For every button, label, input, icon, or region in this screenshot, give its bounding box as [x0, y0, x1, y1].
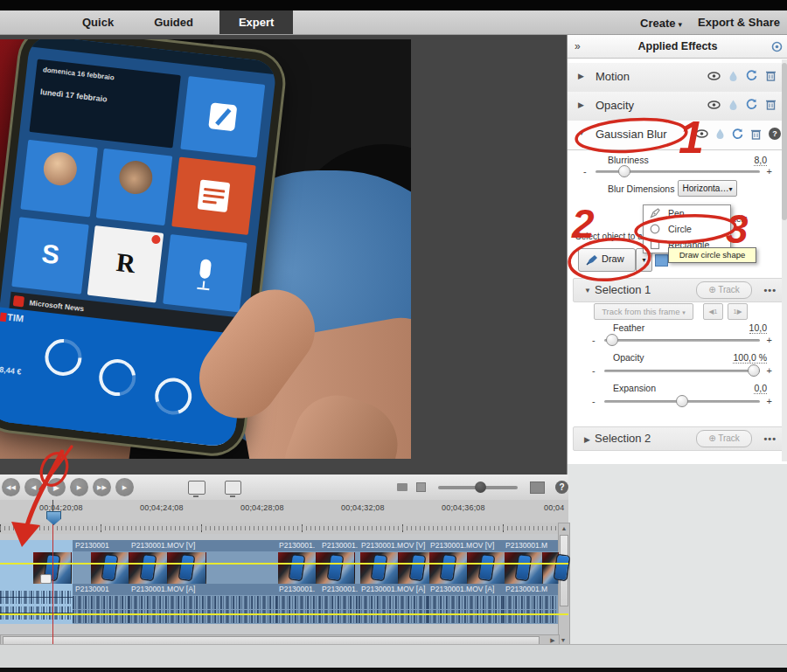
select-object-label: Select object to a	[575, 232, 643, 241]
scrollbar-thumb[interactable]	[782, 63, 787, 220]
slider-minus[interactable]: -	[592, 365, 595, 376]
audio-clip[interactable]	[0, 584, 31, 624]
slider-track[interactable]	[604, 339, 760, 342]
timeline-ruler[interactable]: 00;04;20;08 00;04;24;08 00;04;28;08 00;0…	[0, 500, 568, 523]
trash-icon[interactable]	[766, 99, 776, 110]
panel-settings-icon[interactable]	[771, 41, 783, 52]
zoom-small-icon[interactable]	[416, 482, 426, 492]
reset-icon[interactable]	[746, 70, 757, 81]
step-forward-button[interactable]: ▶	[70, 478, 88, 496]
slider-thumb[interactable]	[748, 364, 760, 377]
audio-clip[interactable]: P2130001	[73, 584, 129, 624]
keyframe-droplet-icon[interactable]	[729, 71, 737, 81]
menu-item-pen[interactable]: Pen	[644, 205, 730, 221]
effect-row-gaussian-blur[interactable]: ▼ Gaussian Blur ?	[568, 121, 787, 150]
phone-tile-s: S	[12, 217, 89, 294]
audio-clip[interactable]: P2130001.MOV [A]	[129, 584, 277, 624]
video-opacity-line[interactable]	[0, 563, 568, 565]
menu-item-circle[interactable]: Circle	[644, 221, 730, 237]
timeline-tick-strip[interactable]	[0, 523, 568, 535]
slider-thumb[interactable]	[618, 165, 630, 177]
audio-clip[interactable]: P2130001.	[276, 584, 320, 624]
video-preview-monitor[interactable]: domenica 16 febbraio lunedì 17 febbraio	[0, 39, 411, 459]
selection-menu-dots[interactable]: •••	[763, 433, 777, 444]
timeline-vertical-scrollbar[interactable]: ▲ ▼	[558, 523, 570, 646]
visibility-eye-icon[interactable]	[695, 129, 708, 138]
opacity-slider[interactable]: - +	[592, 365, 772, 378]
reset-icon[interactable]	[732, 128, 743, 140]
panel-collapse-button[interactable]: »	[575, 35, 581, 58]
expand-caret-icon[interactable]: ▶	[578, 72, 584, 80]
step-forward-frame-button[interactable]: 1▶	[728, 303, 748, 320]
audio-clip[interactable]: P2130001.MOV [A]	[428, 584, 504, 624]
blurriness-slider[interactable]: - +	[583, 166, 772, 178]
blurriness-value[interactable]: 8,0	[754, 155, 767, 166]
slider-thumb[interactable]	[676, 395, 688, 407]
slider-track[interactable]	[604, 370, 760, 372]
effect-row-opacity[interactable]: ▶ Opacity	[568, 92, 787, 121]
track-button[interactable]: ⊕ Track	[696, 430, 752, 447]
fast-forward-button[interactable]: ▶▶	[93, 478, 111, 496]
expand-caret-icon[interactable]: ▶	[584, 435, 590, 444]
blur-dimensions-dropdown[interactable]: Horizonta…▾	[678, 180, 737, 197]
slider-minus[interactable]: -	[583, 166, 587, 177]
clip-thumbnail	[505, 552, 543, 584]
opacity-value[interactable]: 100,0 %	[733, 352, 767, 364]
audio-volume-line[interactable]	[0, 613, 568, 615]
step-back-frame-button[interactable]: ◀1	[703, 303, 723, 320]
feather-value[interactable]: 10,0	[749, 322, 767, 334]
slider-minus[interactable]: -	[592, 396, 595, 406]
shape-color-swatch[interactable]	[655, 254, 668, 267]
effect-row-motion[interactable]: ▶ Motion	[568, 63, 787, 93]
help-icon[interactable]: ?	[555, 481, 568, 494]
audio-clip[interactable]: P2130001.MOV [A]	[359, 584, 428, 624]
export-share-button[interactable]: Export & Share	[698, 16, 780, 29]
selection1-header[interactable]: ▼ Selection 1 ⊕ Track •••	[573, 278, 784, 302]
reset-icon[interactable]	[746, 99, 757, 110]
selection2-header[interactable]: ▶ Selection 2 ⊕ Track •••	[573, 426, 784, 451]
visibility-eye-icon[interactable]	[707, 72, 721, 80]
selection-menu-dots[interactable]: •••	[763, 285, 777, 295]
collapse-caret-icon[interactable]: ▼	[578, 129, 585, 137]
keyframe-droplet-icon[interactable]	[716, 128, 724, 139]
play-in-out-button[interactable]: ▶	[115, 478, 134, 496]
panel-scrollbar[interactable]	[782, 59, 787, 461]
scroll-up-arrow[interactable]: ▲	[559, 523, 569, 533]
zoom-slider-thumb[interactable]	[475, 481, 486, 493]
slider-plus[interactable]: +	[767, 335, 772, 345]
expansion-slider[interactable]: - +	[592, 396, 772, 408]
create-menu[interactable]: Create▾	[640, 15, 682, 31]
slider-plus[interactable]: +	[767, 166, 772, 177]
tab-expert[interactable]: Expert	[219, 10, 293, 34]
capture-monitor-icon[interactable]	[188, 481, 205, 495]
slider-thumb[interactable]	[606, 334, 618, 346]
tab-guided[interactable]: Guided	[140, 10, 207, 34]
timeline-zoom-slider[interactable]	[438, 486, 517, 489]
audio-clip[interactable]: P2130001.M	[503, 584, 559, 624]
help-icon[interactable]: ?	[769, 128, 781, 140]
audio-clip[interactable]: P2130001.	[319, 584, 359, 624]
step-back-button[interactable]: ◀	[24, 478, 43, 496]
track-from-dropdown[interactable]: Track from this frame ▾	[594, 303, 693, 320]
video-clip[interactable]	[0, 540, 31, 584]
keyframe-droplet-icon[interactable]	[729, 100, 737, 110]
trash-icon[interactable]	[766, 70, 776, 81]
trash-icon[interactable]	[751, 128, 761, 140]
draw-button[interactable]: Draw	[578, 248, 636, 272]
zoom-in-clip-icon[interactable]	[530, 481, 546, 494]
track-button[interactable]: ⊕ Track	[696, 281, 752, 299]
collapse-caret-icon[interactable]: ▼	[584, 287, 591, 294]
visibility-eye-icon[interactable]	[707, 100, 721, 109]
slider-plus[interactable]: +	[767, 365, 772, 376]
slider-minus[interactable]: -	[592, 335, 595, 345]
go-to-start-button[interactable]: ◀◀	[2, 478, 20, 496]
expand-caret-icon[interactable]: ▶	[578, 100, 584, 109]
fullscreen-monitor-icon[interactable]	[225, 481, 242, 495]
clip-label: P2130001.	[322, 585, 358, 593]
feather-slider[interactable]: - +	[592, 335, 772, 347]
slider-plus[interactable]: +	[767, 396, 772, 406]
zoom-out-clip-icon[interactable]	[397, 483, 407, 491]
tab-quick[interactable]: Quick	[68, 10, 128, 34]
play-button[interactable]: ▶	[47, 478, 66, 496]
expansion-value[interactable]: 0,0	[754, 383, 767, 394]
